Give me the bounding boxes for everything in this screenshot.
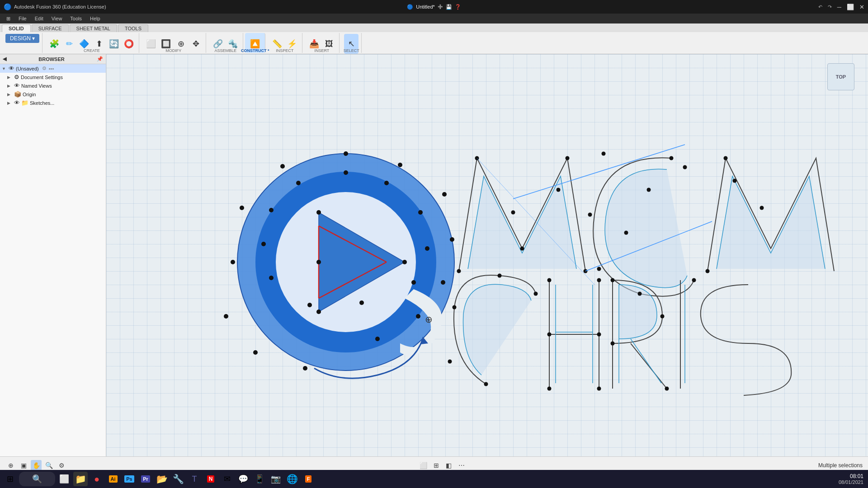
view-cube-btn[interactable]: ⬜ bbox=[418, 460, 429, 471]
app4-taskbar[interactable]: Pr bbox=[138, 472, 153, 486]
viewport[interactable]: TOP ⊕ bbox=[106, 54, 868, 456]
mail-taskbar[interactable]: ✉ bbox=[220, 472, 234, 486]
doc-settings-label: Document Settings bbox=[21, 75, 63, 80]
chrome-taskbar[interactable]: 🌐 bbox=[285, 472, 299, 486]
tab-tools[interactable]: TOOLS bbox=[118, 24, 148, 32]
teams-taskbar[interactable]: T bbox=[187, 472, 202, 486]
svg-point-7 bbox=[344, 151, 348, 156]
browser-title: BROWSER bbox=[38, 56, 64, 62]
svg-point-9 bbox=[442, 192, 447, 197]
browser-item-doc-settings[interactable]: ▶ ⚙ Document Settings bbox=[0, 73, 106, 81]
display-settings-btn[interactable]: ▣ bbox=[18, 460, 29, 471]
root-more-icon[interactable]: ••• bbox=[49, 66, 54, 71]
svg-point-16 bbox=[224, 314, 228, 319]
folder2-taskbar[interactable]: 📂 bbox=[155, 472, 169, 486]
svg-point-29 bbox=[269, 208, 274, 212]
browser-item-origin[interactable]: ▶ 📦 Origin bbox=[0, 90, 106, 99]
svg-point-51 bbox=[453, 305, 457, 310]
select-label: SELECT bbox=[344, 48, 359, 53]
fusion-taskbar[interactable]: F bbox=[301, 472, 316, 486]
nav-mode-btn[interactable]: ✋ bbox=[31, 460, 42, 471]
modify-section: ⬜ 🔲 ⊕ ✥ MODIFY bbox=[141, 33, 206, 53]
doc-settings-icon: ⚙ bbox=[14, 74, 19, 80]
grid-settings-btn[interactable]: ⚙ bbox=[56, 460, 67, 471]
menu-help[interactable]: Help bbox=[86, 15, 104, 22]
svg-point-34 bbox=[316, 260, 321, 264]
tab-surface[interactable]: SURFACE bbox=[32, 24, 69, 32]
svg-point-65 bbox=[557, 188, 561, 192]
browser-item-named-views[interactable]: ▶ 👁 Named Views bbox=[0, 81, 106, 90]
viewcube[interactable]: TOP bbox=[823, 59, 859, 95]
hole-btn[interactable]: ⭕ bbox=[122, 34, 136, 54]
collapse-browser-btn[interactable]: ◀ bbox=[3, 56, 6, 62]
browser-pin-icon[interactable]: 📌 bbox=[97, 56, 103, 62]
design-section: DESIGN ▾ bbox=[3, 33, 42, 53]
app-red-taskbar[interactable]: ● bbox=[90, 472, 104, 486]
netflix-taskbar[interactable]: N bbox=[203, 472, 218, 486]
svg-point-47 bbox=[706, 269, 710, 273]
svg-point-8 bbox=[398, 163, 402, 167]
date-display: 08/01/2021 bbox=[839, 479, 863, 485]
svg-point-26 bbox=[307, 303, 312, 307]
more-btn[interactable]: ⋯ bbox=[456, 460, 467, 471]
close-btn[interactable]: ✕ bbox=[859, 4, 864, 10]
selection-status: Multiple selections bbox=[818, 462, 863, 469]
revolve-btn[interactable]: 🔄 bbox=[107, 34, 121, 54]
doc-settings-arrow[interactable]: ▶ bbox=[7, 75, 13, 80]
create-label: CREATE bbox=[84, 48, 100, 53]
title-add-icon[interactable]: ✚ bbox=[438, 3, 443, 10]
viewcube-face[interactable]: TOP bbox=[827, 63, 854, 90]
move-btn[interactable]: ✥ bbox=[189, 34, 203, 54]
start-button[interactable]: ⊞ bbox=[3, 472, 17, 486]
svg-point-45 bbox=[638, 292, 642, 296]
svg-point-25 bbox=[359, 300, 364, 305]
statusbar-left: ⊕ ▣ ✋ 🔍 ⚙ bbox=[5, 460, 67, 471]
design-button[interactable]: DESIGN ▾ bbox=[5, 34, 39, 43]
menu-tools[interactable]: Tools bbox=[66, 15, 85, 22]
time-display: 08:01 bbox=[839, 473, 863, 479]
grid-view-btn[interactable]: ⊞ bbox=[431, 460, 442, 471]
undo-icon[interactable]: ↶ bbox=[818, 4, 822, 10]
create-sketch-btn[interactable]: ✏ bbox=[62, 34, 76, 54]
named-views-arrow[interactable]: ▶ bbox=[7, 84, 13, 88]
named-views-label: Named Views bbox=[21, 83, 52, 89]
modify-label: MODIFY bbox=[165, 48, 181, 53]
redo-icon[interactable]: ↷ bbox=[828, 4, 832, 10]
svg-point-19 bbox=[280, 164, 285, 169]
menu-view[interactable]: View bbox=[48, 15, 66, 22]
design-label: DESIGN ▾ bbox=[10, 35, 35, 42]
title-save-icon[interactable]: 💾 bbox=[446, 4, 452, 10]
root-settings-icon[interactable]: ⚙ bbox=[42, 66, 47, 71]
search-taskbar-icon[interactable]: 🔍 bbox=[19, 472, 55, 486]
tab-sheet-metal[interactable]: SHEET METAL bbox=[70, 24, 117, 32]
svg-point-27 bbox=[269, 276, 274, 280]
menu-grid-icon[interactable]: ⊞ bbox=[3, 15, 14, 23]
sketches-arrow[interactable]: ▶ bbox=[7, 101, 13, 105]
press-pull-btn[interactable]: ⬜ bbox=[144, 34, 158, 54]
restore-btn[interactable]: ⬜ bbox=[847, 4, 854, 10]
svg-point-24 bbox=[411, 280, 416, 285]
minimize-btn[interactable]: ─ bbox=[837, 4, 841, 10]
photoshop-taskbar[interactable]: Ps bbox=[122, 472, 137, 486]
browser-item-root[interactable]: ▼ 👁 (Unsaved) ⚙ ••• bbox=[0, 64, 106, 73]
new-component-btn[interactable]: 🧩 bbox=[47, 34, 61, 54]
snap-btn[interactable]: ⊕ bbox=[5, 460, 16, 471]
origin-arrow[interactable]: ▶ bbox=[7, 92, 13, 97]
root-expand-arrow[interactable]: ▼ bbox=[2, 66, 7, 71]
menu-file[interactable]: File bbox=[15, 15, 30, 22]
menu-edit[interactable]: Edit bbox=[31, 15, 47, 22]
task-view-icon[interactable]: ⬜ bbox=[57, 472, 71, 486]
file-explorer-taskbar[interactable]: 📁 bbox=[73, 472, 88, 486]
magnifier-btn[interactable]: 🔍 bbox=[43, 460, 54, 471]
svg-point-44 bbox=[597, 267, 601, 271]
app6-taskbar[interactable]: 🔧 bbox=[171, 472, 185, 486]
title-question-icon[interactable]: ❓ bbox=[455, 4, 461, 10]
opacity-btn[interactable]: ◧ bbox=[443, 460, 454, 471]
illustrator-taskbar[interactable]: Ai bbox=[106, 472, 120, 486]
browser-item-sketches[interactable]: ▶ 👁 📁 Sketches... bbox=[0, 99, 106, 107]
chat-taskbar[interactable]: 💬 bbox=[236, 472, 250, 486]
tab-solid[interactable]: SOLID bbox=[2, 24, 31, 32]
whatsapp-taskbar[interactable]: 📱 bbox=[252, 472, 267, 486]
svg-point-20 bbox=[344, 170, 348, 175]
instagram-taskbar[interactable]: 📷 bbox=[269, 472, 283, 486]
